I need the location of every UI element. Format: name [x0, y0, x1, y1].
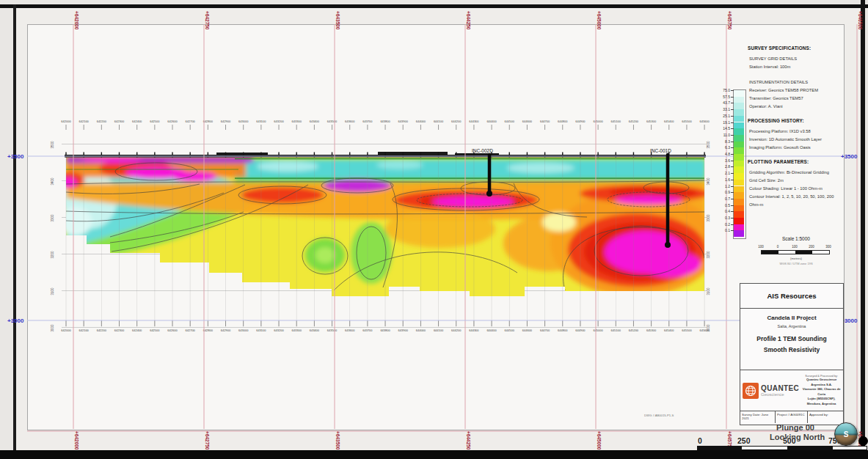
station-label-top: 644200	[451, 120, 462, 123]
station-label-bottom: 645500	[682, 328, 692, 332]
station-label-top: 644400	[486, 120, 497, 123]
legend-value: 0.1	[717, 228, 730, 232]
logo-subtitle: Geoscience	[761, 392, 799, 397]
station-label-top: 644000	[416, 120, 426, 123]
project-name: Candela II Project	[740, 315, 843, 321]
legend-value: 19.1	[717, 120, 730, 125]
station-label-bottom: 644300	[469, 328, 479, 332]
station-label-top: 643900	[398, 120, 409, 123]
station-label-top: 642300	[114, 120, 125, 123]
legend-value: 0.9	[717, 190, 730, 194]
legend-colour-cell	[734, 147, 744, 154]
legend-colour-cell	[734, 103, 744, 109]
panel-item: SURVEY GRID DETAILS	[749, 55, 845, 63]
panel-item: Station Interval: 100m	[749, 63, 845, 71]
station-label-top: 643300	[292, 120, 302, 123]
easting-label: +642000	[74, 11, 79, 30]
scale-tick-label: 200	[809, 245, 814, 249]
panel-item: INSTRUMENTATION DETAILS	[749, 78, 845, 87]
station-label-bottom: 644800	[558, 328, 568, 332]
station-label-bottom: 644900	[575, 328, 586, 332]
viewer-corner-handle[interactable]	[858, 436, 868, 446]
station-label-bottom: 644400	[486, 328, 497, 332]
map-title-line2: Smooth Resistivity	[740, 346, 843, 353]
station-label-top: 644900	[575, 120, 586, 123]
borehole-label: INC-002D	[472, 148, 493, 153]
credit-line: Luján (M5505CNF), Mendoza, Argentina	[802, 397, 841, 406]
station-label-top: 645200	[629, 120, 639, 123]
station-label-bottom: 645000	[593, 328, 603, 332]
scale-tick-label: 300	[825, 245, 831, 249]
legend-colour-cell	[734, 180, 744, 186]
legend-value: 2.8	[717, 164, 730, 169]
station-label-top: 644700	[540, 120, 550, 123]
legend-value: 11.0	[717, 133, 730, 137]
elevation-label-right: 3200	[707, 251, 710, 259]
elevation-label-left: 3200	[51, 251, 54, 259]
northing-label-left: +3500	[7, 153, 24, 160]
legend-value: 0.2	[717, 222, 730, 227]
easting-label: +642750	[205, 11, 210, 30]
legend-value: 1.6	[717, 177, 730, 182]
station-label-top: 645400	[664, 120, 674, 123]
map-scale-block: Scale 1:5000 100 0 100 200 300 (metres) …	[748, 236, 844, 265]
panel-item: Processing Platform: IX1D v3.58	[749, 128, 845, 136]
legend-value: 2.1	[717, 171, 730, 175]
station-label-bottom: 644200	[451, 328, 462, 332]
station-label-top: 642100	[79, 120, 89, 123]
station-label-bottom: 645400	[664, 328, 674, 332]
legend-value: 57.5	[717, 95, 730, 99]
legend-value: 6.3	[717, 145, 730, 150]
station-label-top: 643000	[238, 120, 249, 123]
station-label-bottom: 644000	[416, 328, 426, 332]
logo-wordmark: QUANTEC	[761, 384, 799, 392]
sphere-letter: S	[844, 430, 849, 438]
station-label-top: 642000	[61, 120, 71, 123]
station-label-bottom: 642900	[221, 328, 231, 332]
station-label-top: 643200	[274, 120, 284, 123]
map-title-line1: Profile 1 TEM Sounding	[740, 335, 843, 342]
station-label-bottom: 642700	[186, 328, 196, 332]
legend-colour-cell	[734, 116, 744, 122]
station-label-top: 643500	[327, 120, 338, 123]
station-label-top: 642500	[150, 120, 160, 123]
easting-label: +643500	[335, 11, 340, 30]
station-label-top: 643600	[345, 120, 355, 123]
panel-item: Inversion: 1D Automatic Smooth Layer	[749, 136, 845, 144]
legend-colour-cell	[734, 161, 744, 167]
legend-colour-cell	[734, 142, 744, 148]
viewer-plunge-readout: Plunge 00	[776, 423, 814, 432]
panel-item: Operator: A. Viani	[749, 103, 845, 111]
legend-value: 0.4	[717, 209, 730, 213]
station-label-bottom: 642300	[114, 328, 125, 332]
legend-colour-cell	[734, 230, 744, 237]
legend-value: 0.5	[717, 203, 730, 208]
panel-item: Gridding Algorithm: Bi-Directional Gridd…	[749, 169, 845, 177]
elevation-label-right: 3300	[707, 214, 710, 222]
legend-value: 1.2	[717, 184, 730, 188]
scale-crs: WGS 84 / UTM zone 19S	[748, 262, 844, 265]
legend-colour-cell	[734, 154, 744, 161]
orientation-sphere-widget[interactable]: S	[834, 422, 858, 446]
panel-item: Transmitter: Geonics TEM57	[749, 95, 845, 103]
station-label-bottom: 643600	[345, 328, 355, 332]
quantec-logo	[743, 383, 759, 399]
station-label-top: 644100	[434, 120, 444, 123]
viewer-scale-label: 0	[698, 436, 702, 445]
borehole-label: INC-001D	[650, 148, 671, 153]
legend-colour-cell	[734, 224, 744, 231]
legend-value: 33.1	[717, 107, 730, 111]
easting-label: +645750	[727, 11, 732, 30]
viewer-scale-label: 500	[783, 436, 796, 445]
legend-colour-cell	[734, 135, 744, 142]
credit-line: Viamonte 380, Chacras de Coria	[802, 387, 841, 397]
station-label-top: 642800	[203, 120, 214, 123]
station-label-top: 642600	[167, 120, 178, 123]
viewer-canvas: 6420006420006421006421006422006422006423…	[0, 0, 868, 459]
station-label-top: 645300	[646, 120, 657, 123]
station-label-bottom: 643900	[398, 328, 409, 332]
legend-colour-cell	[734, 173, 744, 180]
scale-tick-label: 100	[758, 245, 764, 249]
legend-value: 14.5	[717, 126, 730, 131]
viewer-scale-label: 250	[737, 436, 751, 445]
